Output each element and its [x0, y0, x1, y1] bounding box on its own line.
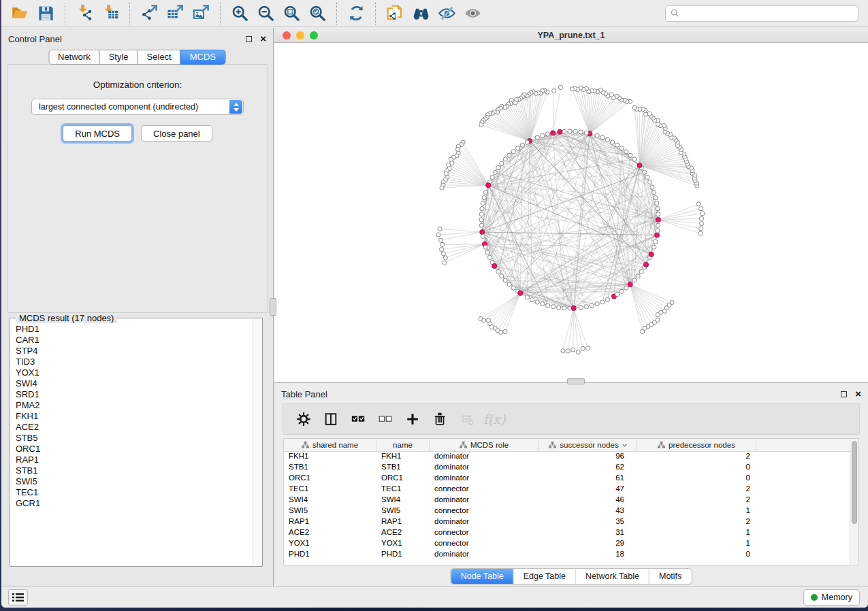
search-input[interactable] [680, 7, 858, 20]
tab-motifs[interactable]: Motifs [649, 569, 691, 584]
clone-network-button[interactable] [382, 2, 408, 25]
graph-node[interactable] [595, 133, 599, 137]
graph-node[interactable] [480, 207, 484, 211]
mcds-result-item[interactable]: SWI4 [16, 378, 251, 389]
graph-node[interactable] [511, 286, 515, 290]
graph-node[interactable] [438, 227, 442, 231]
tab-network-table[interactable]: Network Table [575, 569, 649, 584]
show-all-button[interactable] [460, 2, 485, 25]
graph-node[interactable] [525, 295, 529, 299]
graph-node[interactable] [557, 306, 561, 310]
graph-node[interactable] [541, 302, 545, 306]
graph-node[interactable] [436, 233, 440, 237]
graph-node[interactable] [503, 329, 507, 333]
graph-node[interactable] [520, 143, 524, 147]
graph-node[interactable] [615, 143, 620, 147]
graph-hub-node[interactable] [643, 262, 648, 267]
close-panel-button[interactable]: Close panel [141, 125, 212, 142]
table-row[interactable]: TEC1TEC1connector472 [284, 484, 858, 495]
mcds-result-item[interactable]: SWI5 [16, 476, 251, 487]
table-scrollbar[interactable] [850, 439, 858, 565]
add-column-button[interactable] [402, 408, 423, 430]
graph-hub-node[interactable] [480, 230, 485, 235]
tab-select[interactable]: Select [138, 50, 181, 65]
graph-node[interactable] [632, 157, 637, 161]
table-settings-button[interactable] [293, 408, 315, 430]
graph-hub-node[interactable] [571, 306, 576, 310]
table-row[interactable]: RAP1RAP1dominator352 [284, 517, 858, 528]
network-canvas[interactable] [274, 43, 868, 382]
mcds-result-item[interactable]: RAP1 [16, 455, 251, 465]
graph-node[interactable] [530, 298, 534, 302]
task-history-button[interactable] [8, 589, 28, 606]
graph-node[interactable] [636, 274, 640, 278]
graph-node[interactable] [656, 229, 660, 233]
graph-hub-node[interactable] [656, 217, 660, 222]
graph-node[interactable] [440, 186, 444, 190]
graph-node[interactable] [579, 130, 583, 134]
graph-node[interactable] [620, 289, 624, 293]
save-session-button[interactable] [33, 2, 59, 25]
graph-node[interactable] [525, 140, 529, 144]
mcds-result-item[interactable]: GCR1 [16, 498, 251, 509]
graph-node[interactable] [652, 191, 656, 195]
float-table-panel-icon[interactable] [841, 391, 847, 397]
graph-node[interactable] [698, 231, 703, 235]
table-row[interactable]: ACE2ACE2connector311 [284, 528, 858, 539]
search-box[interactable] [665, 5, 858, 22]
graph-node[interactable] [507, 153, 511, 157]
graph-node[interactable] [562, 129, 566, 133]
graph-node[interactable] [579, 306, 583, 310]
graph-node[interactable] [585, 346, 590, 350]
graph-node[interactable] [562, 306, 566, 310]
table-scrollbar-thumb[interactable] [852, 441, 857, 524]
graph-node[interactable] [696, 202, 701, 206]
memory-button[interactable]: Memory [803, 589, 860, 606]
column-header-successor-nodes[interactable]: successor nodes [539, 439, 637, 451]
graph-node[interactable] [700, 222, 704, 226]
graph-node[interactable] [595, 302, 599, 306]
graph-node[interactable] [511, 150, 515, 154]
column-header-predecessor-nodes[interactable]: predecessor nodes [637, 439, 756, 451]
mcds-result-item[interactable]: YOX1 [16, 367, 251, 378]
graph-node[interactable] [571, 348, 575, 352]
mcds-result-item[interactable]: ORC1 [16, 444, 251, 455]
graph-node[interactable] [441, 252, 445, 256]
graph-node[interactable] [483, 245, 487, 249]
graph-node[interactable] [655, 201, 659, 205]
graph-node[interactable] [600, 300, 605, 304]
graph-node[interactable] [496, 166, 500, 170]
table-row[interactable]: SWI4SWI4dominator462 [284, 495, 858, 506]
optimization-criterion-select[interactable]: largest connected component (undirected) [31, 99, 244, 115]
graph-node[interactable] [590, 303, 594, 308]
graph-hub-node[interactable] [486, 183, 491, 188]
graph-node[interactable] [479, 223, 483, 227]
network-window-titlebar[interactable]: YPA_prune.txt_1 [274, 28, 868, 43]
graph-node[interactable] [552, 88, 556, 93]
mcds-result-item[interactable]: STP4 [16, 346, 251, 357]
graph-node[interactable] [496, 269, 500, 274]
graph-node[interactable] [503, 278, 507, 282]
graph-hub-node[interactable] [637, 163, 642, 167]
mcds-result-item[interactable]: SRD1 [16, 389, 251, 400]
graph-node[interactable] [656, 207, 660, 211]
column-header-shared-name[interactable]: shared name [284, 439, 376, 451]
tab-network[interactable]: Network [48, 50, 100, 65]
graph-node[interactable] [481, 201, 485, 205]
tab-mcds[interactable]: MCDS [180, 50, 225, 65]
graph-node[interactable] [643, 170, 647, 174]
graph-node[interactable] [656, 318, 660, 322]
run-mcds-button[interactable]: Run MCDS [63, 125, 132, 142]
graph-node[interactable] [605, 298, 609, 302]
mcds-result-item[interactable]: STB1 [16, 465, 251, 476]
zoom-fit-button[interactable] [278, 2, 304, 25]
graph-node[interactable] [479, 212, 483, 216]
window-maximize-button[interactable] [310, 31, 318, 39]
graph-node[interactable] [535, 300, 539, 304]
graph-node[interactable] [632, 105, 637, 110]
graph-hub-node[interactable] [551, 131, 556, 135]
mcds-result-item[interactable]: TEC1 [16, 487, 251, 498]
graph-node[interactable] [656, 223, 660, 227]
graph-node[interactable] [561, 349, 565, 353]
graph-node[interactable] [615, 293, 620, 297]
